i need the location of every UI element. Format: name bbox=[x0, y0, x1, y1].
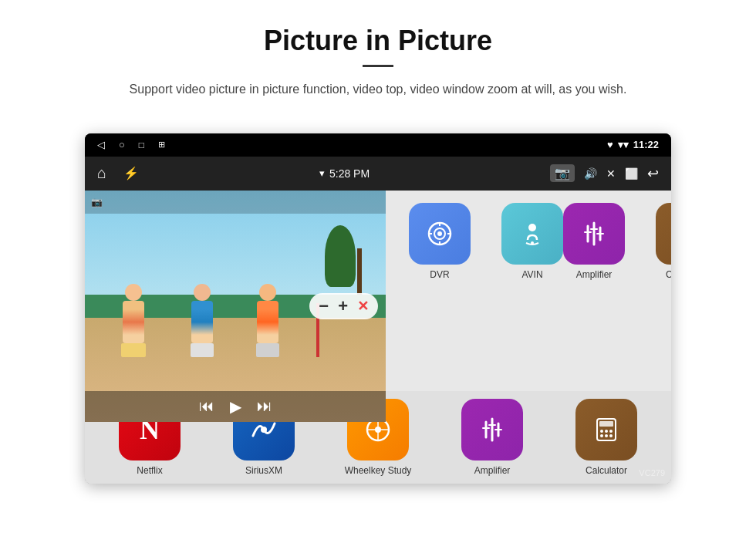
title-divider bbox=[363, 65, 393, 67]
usb-icon: ⚡ bbox=[123, 166, 139, 180]
status-bar-right: ♥ ▾▾ 11:22 bbox=[607, 139, 659, 150]
volume-icon[interactable]: 🔊 bbox=[584, 167, 597, 180]
app-calculator-container[interactable]: Calculator bbox=[568, 399, 645, 476]
pip-play-btn[interactable]: ▶ bbox=[230, 397, 241, 416]
app-amplifier2-icon[interactable] bbox=[563, 203, 625, 265]
pip-overlay[interactable]: 📷 − + ✕ ⏮ ▶ ⏭ bbox=[85, 191, 386, 422]
app-dvr-container[interactable]: DVR bbox=[401, 203, 478, 280]
pip-zoom-minus[interactable]: − bbox=[319, 296, 329, 316]
svg-point-9 bbox=[261, 427, 267, 433]
app-amplifier2-label: Amplifier bbox=[576, 269, 613, 280]
camera-icon[interactable]: 📷 bbox=[550, 164, 575, 182]
pip-next-btn[interactable]: ⏭ bbox=[257, 397, 272, 415]
app-avin-icon[interactable] bbox=[501, 203, 563, 265]
app-siriusxm-label: SiriusXM bbox=[245, 465, 282, 476]
status-bar-left: ◁ ○ □ ⊞ bbox=[97, 139, 165, 150]
top-apps-row: DVR AVIN bbox=[401, 203, 571, 280]
svg-point-22 bbox=[600, 430, 603, 433]
app-bar: ⌂ ⚡ ▾ 5:28 PM 📷 🔊 ✕ ⬜ ↩ bbox=[85, 157, 671, 191]
svg-point-23 bbox=[605, 430, 608, 433]
page-title: Picture in Picture bbox=[46, 25, 710, 57]
app-amplifier-label: Amplifier bbox=[474, 465, 511, 476]
app-calculator-icon[interactable] bbox=[575, 399, 637, 460]
back-nav-icon[interactable]: ◁ bbox=[97, 139, 105, 150]
app-amplifier2-container[interactable]: Amplifier bbox=[555, 203, 633, 280]
svg-rect-21 bbox=[599, 421, 613, 427]
status-time: 11:22 bbox=[633, 139, 659, 150]
wifi-icon: ▾ bbox=[319, 167, 325, 179]
home-icon[interactable]: ⌂ bbox=[97, 164, 106, 182]
app-wheelkey-label: Wheelkey Study bbox=[345, 465, 412, 476]
app-calculator2-container[interactable]: Calculator bbox=[648, 203, 671, 280]
screenshot-icon: ⊞ bbox=[158, 140, 165, 150]
pip-bottom-controls: ⏮ ▶ ⏭ bbox=[85, 391, 386, 422]
recents-nav-icon[interactable]: □ bbox=[139, 140, 144, 150]
page-subtitle: Support video picture in picture functio… bbox=[77, 79, 679, 100]
pip-camera-icon: 📷 bbox=[91, 197, 103, 207]
pip-controls-bar: 📷 bbox=[85, 191, 386, 214]
page-header: Picture in Picture Support video picture… bbox=[0, 0, 756, 115]
second-top-apps: Amplifier bbox=[555, 203, 671, 280]
wifi-status-icon: ▾▾ bbox=[618, 139, 629, 150]
app-netflix-label: Netflix bbox=[137, 465, 162, 476]
svg-point-27 bbox=[609, 434, 613, 437]
svg-point-7 bbox=[528, 224, 536, 231]
app-bar-center: ▾ 5:28 PM bbox=[319, 167, 370, 180]
app-calculator-label: Calculator bbox=[586, 465, 627, 476]
window-icon[interactable]: ⬜ bbox=[625, 167, 638, 180]
pip-zoom-plus[interactable]: + bbox=[338, 296, 348, 316]
svg-point-25 bbox=[600, 434, 603, 437]
app-avin-label: AVIN bbox=[521, 269, 542, 280]
app-amplifier-container[interactable]: Amplifier bbox=[454, 399, 531, 476]
watermark: VC279 bbox=[639, 468, 665, 477]
pip-prev-btn[interactable]: ⏮ bbox=[199, 397, 214, 415]
app-dvr-icon[interactable] bbox=[409, 203, 471, 265]
back-icon[interactable]: ↩ bbox=[647, 165, 659, 182]
main-content: 📷 − + ✕ ⏮ ▶ ⏭ bbox=[85, 191, 671, 484]
svg-point-2 bbox=[437, 231, 442, 236]
app-calculator2-icon[interactable] bbox=[656, 203, 671, 265]
app-bar-left: ⌂ ⚡ bbox=[97, 164, 139, 182]
device-frame: ◁ ○ □ ⊞ ♥ ▾▾ 11:22 ⌂ ⚡ ▾ 5:28 PM 📷 🔊 ✕ ⬜… bbox=[85, 133, 671, 484]
close-pip-icon[interactable]: ✕ bbox=[606, 167, 616, 180]
app-dvr-label: DVR bbox=[430, 269, 449, 280]
pip-close-btn[interactable]: ✕ bbox=[357, 298, 369, 315]
location-icon: ♥ bbox=[607, 139, 613, 150]
app-calculator2-label: Calculator bbox=[666, 269, 671, 280]
home-nav-icon[interactable]: ○ bbox=[119, 139, 125, 150]
app-amplifier-icon[interactable] bbox=[461, 399, 523, 460]
appbar-time: 5:28 PM bbox=[329, 167, 370, 180]
svg-point-26 bbox=[605, 434, 608, 437]
status-bar: ◁ ○ □ ⊞ ♥ ▾▾ 11:22 bbox=[85, 133, 671, 157]
pip-zoom-controls[interactable]: − + ✕ bbox=[309, 293, 378, 319]
app-bar-right: 📷 🔊 ✕ ⬜ ↩ bbox=[550, 164, 659, 182]
svg-point-24 bbox=[609, 430, 613, 433]
